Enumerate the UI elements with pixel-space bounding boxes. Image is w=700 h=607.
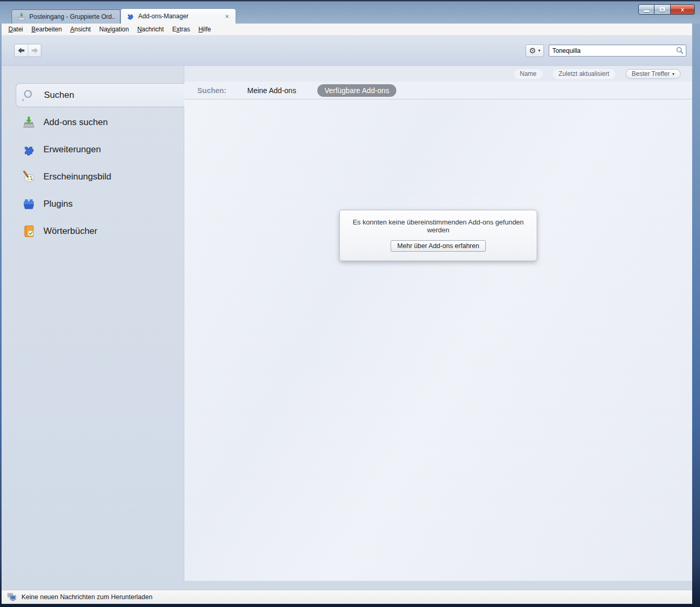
- menu-nachricht[interactable]: Nachricht: [133, 24, 168, 35]
- palette-icon: [22, 170, 36, 184]
- no-results-popup: Es konnten keine übereinstimmenden Add-o…: [339, 210, 537, 261]
- inbox-icon: [17, 13, 26, 21]
- menubar: Datei Bearbeiten Ansicht Navigation Nach…: [2, 24, 692, 36]
- sort-button-label: Bester Treffer: [632, 70, 670, 77]
- puzzle-icon: [126, 12, 135, 20]
- sidebar-item-label: Add-ons suchen: [43, 117, 108, 128]
- sort-name-button[interactable]: Name: [514, 69, 542, 79]
- close-icon: x: [681, 6, 684, 13]
- filter-label: Suchen:: [197, 86, 226, 95]
- sort-date-button[interactable]: Zuletzt aktualisiert: [553, 69, 615, 79]
- sidebar-item-addons-suchen[interactable]: Add-ons suchen: [16, 110, 184, 134]
- menu-datei[interactable]: Datei: [4, 24, 27, 35]
- tab-addons-manager[interactable]: Add-ons-Manager ✕: [120, 8, 236, 24]
- nav-button-group: [14, 44, 41, 57]
- sidebar-item-plugins[interactable]: Plugins: [16, 192, 184, 216]
- arrow-right-icon: [31, 47, 39, 54]
- content-panel: Name Zuletzt aktualisiert Bester Treffer…: [184, 66, 692, 581]
- addons-page: Suchen Add-ons suchen: [2, 66, 692, 590]
- sort-button-label: Name: [520, 70, 537, 77]
- statusbar: Keine neuen Nachrichten zum Herunterlade…: [2, 590, 692, 604]
- arrow-left-icon: [17, 47, 25, 54]
- toolbar: ⚙ ▾: [2, 36, 692, 66]
- menu-extras[interactable]: Extras: [168, 24, 194, 35]
- addon-search: [549, 44, 686, 57]
- filter-available-addons[interactable]: Verfügbare Add-ons: [317, 84, 397, 97]
- sort-button-label: Zuletzt aktualisiert: [559, 70, 609, 77]
- menu-ansicht[interactable]: Ansicht: [66, 24, 95, 35]
- dictionary-book-icon: [22, 224, 36, 238]
- sidebar-item-erweiterungen[interactable]: Erweiterungen: [16, 138, 184, 162]
- window-frame: Posteingang - Gruppierte Ord... Add-ons-…: [0, 0, 700, 607]
- sort-relevance-button[interactable]: Bester Treffer ▾: [626, 69, 681, 79]
- menu-navigation[interactable]: Navigation: [95, 24, 133, 35]
- chevron-down-icon: ▾: [672, 72, 674, 76]
- minimize-button[interactable]: [638, 4, 654, 15]
- sidebar-item-label: Wörterbücher: [43, 226, 97, 237]
- forward-button[interactable]: [28, 44, 41, 57]
- download-tray-icon: [22, 116, 36, 129]
- gear-icon: ⚙: [529, 47, 536, 54]
- status-text: Keine neuen Nachrichten zum Herunterlade…: [21, 593, 152, 601]
- tab-posteingang[interactable]: Posteingang - Gruppierte Ord...: [12, 9, 120, 24]
- menu-hilfe[interactable]: Hilfe: [194, 24, 215, 35]
- window-body: Datei Bearbeiten Ansicht Navigation Nach…: [2, 24, 692, 590]
- brick-icon: [22, 197, 36, 211]
- titlebar: Posteingang - Gruppierte Ord... Add-ons-…: [0, 0, 700, 24]
- tab-close-icon[interactable]: ✕: [224, 14, 230, 19]
- tab-title: Add-ons-Manager: [138, 13, 220, 20]
- filter-my-addons[interactable]: Meine Add-ons: [240, 84, 303, 97]
- sidebar-item-woerterbuecher[interactable]: Wörterbücher: [16, 219, 184, 243]
- chevron-down-icon: ▾: [538, 48, 540, 53]
- sidebar-item-label: Suchen: [44, 90, 74, 100]
- sidebar-item-label: Erweiterungen: [43, 144, 101, 155]
- tab-title: Posteingang - Gruppierte Ord...: [29, 13, 115, 20]
- window-controls: x: [638, 4, 695, 15]
- maximize-button[interactable]: [654, 4, 671, 15]
- tools-menu-button[interactable]: ⚙ ▾: [526, 44, 544, 57]
- close-button[interactable]: x: [671, 4, 695, 15]
- maximize-icon: [660, 7, 665, 12]
- search-filter-bar: Suchen: Meine Add-ons Verfügbare Add-ons: [184, 82, 692, 99]
- results-area: Es konnten keine übereinstimmenden Add-o…: [184, 99, 692, 581]
- search-icon: [23, 88, 36, 102]
- puzzle-icon: [22, 143, 36, 156]
- sidebar: Suchen Add-ons suchen: [2, 66, 184, 590]
- sidebar-item-label: Erscheinungsbild: [43, 172, 111, 182]
- sidebar-item-label: Plugins: [43, 199, 73, 209]
- search-input[interactable]: [549, 44, 686, 57]
- minimize-icon: [644, 10, 649, 12]
- sidebar-item-erscheinungsbild[interactable]: Erscheinungsbild: [16, 165, 184, 189]
- learn-more-button[interactable]: Mehr über Add-ons erfahren: [391, 240, 486, 252]
- menu-bearbeiten[interactable]: Bearbeiten: [27, 24, 66, 35]
- sort-bar: Name Zuletzt aktualisiert Bester Treffer…: [184, 66, 692, 82]
- magnifier-icon[interactable]: [676, 47, 684, 54]
- no-results-message: Es konnten keine übereinstimmenden Add-o…: [346, 218, 530, 234]
- network-monitors-icon: [7, 593, 16, 601]
- sidebar-item-suchen[interactable]: Suchen: [16, 83, 184, 107]
- back-button[interactable]: [15, 44, 28, 57]
